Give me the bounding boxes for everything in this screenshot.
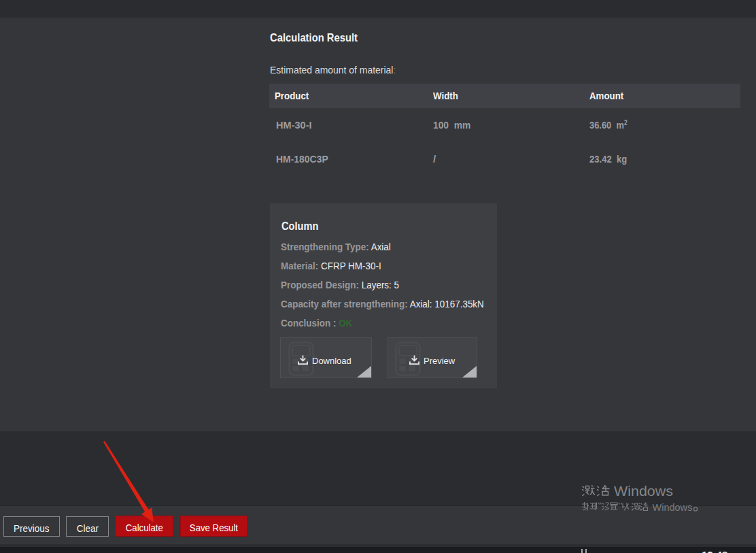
- svg-text:Windows: Windows: [614, 484, 673, 499]
- svg-text:Windows: Windows: [653, 502, 693, 513]
